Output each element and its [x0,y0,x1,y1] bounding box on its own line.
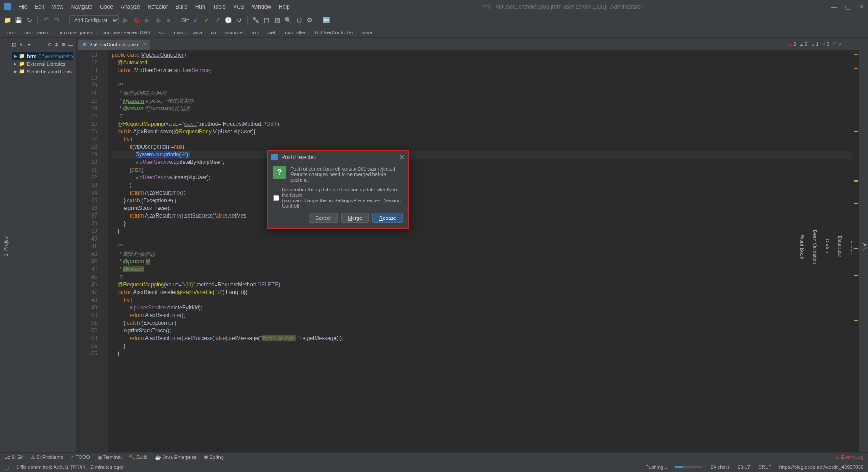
menu-window[interactable]: Window [249,2,274,12]
code-line[interactable]: } catch (Exception e) { [112,197,852,204]
status-crlf[interactable]: CRLF [758,464,771,470]
git-update-icon[interactable]: ↙ [192,16,200,24]
code-line[interactable]: return AjaxResult.me().setSuccess(false)… [112,212,852,220]
code-line[interactable]: @RequestMapping(value="/save",method= Re… [112,120,852,128]
redo-icon[interactable]: ↷ [53,16,61,24]
error-stripe[interactable] [852,50,859,452]
code-line[interactable]: public AjaxResult save(@RequestBody VipU… [112,128,852,136]
crumb-13[interactable]: save [362,30,372,35]
menu-file[interactable]: File [15,2,30,12]
code-line[interactable]: /** [112,82,852,90]
inspection-nav[interactable]: ^ v [833,41,842,47]
tool-ant[interactable]: Ant [863,243,868,251]
close-icon[interactable]: ✕ [859,3,864,10]
magnet-icon[interactable]: ⬡ [295,16,303,24]
code-line[interactable]: /** [112,243,852,250]
git-rollback-icon[interactable]: ↺ [235,16,243,24]
code-line[interactable]: * @return Ajaxresult转换结果 [112,105,852,113]
gear-icon[interactable]: ⚙ [61,42,66,48]
target-icon[interactable]: ⊕ [54,42,59,48]
code-line[interactable]: } [112,220,852,227]
crumb-8[interactable]: itsource [225,30,242,35]
search-icon[interactable]: 🔍 [284,16,292,24]
code-line[interactable]: } catch (Exception e) { [112,319,852,327]
open-icon[interactable]: 📁 [4,16,12,24]
code-line[interactable]: public IVipUserService vipUserService; [112,67,852,74]
tree-item[interactable]: ▸ 📁 Scratches and Console [12,68,73,75]
wrench-icon[interactable]: 🔧 [252,16,260,24]
maximize-icon[interactable]: ▢ [845,3,851,10]
code-line[interactable] [112,74,852,82]
git-push-icon[interactable]: ↗ [213,16,222,24]
menu-view[interactable]: View [49,2,67,12]
bottom-tool-1[interactable]: ⚠ 6: Problems [31,454,63,460]
code-line[interactable]: e.printStackTrace(); [112,204,852,212]
menu-tools[interactable]: Tools [210,2,229,12]
code-line[interactable]: */ [112,273,852,281]
tree-item[interactable]: ▸ 📁 hrm D:\workspace\de [12,52,73,60]
coverage-icon[interactable]: ▶ [143,16,151,24]
code-line[interactable]: @RequestMapping(value="/{id}",method=Req… [112,281,852,289]
code-line[interactable]: } [112,227,852,235]
dialog-titlebar[interactable]: Push Rejected ✕ [268,151,408,163]
debug-icon[interactable]: 🐞 [132,16,140,24]
code-line[interactable]: try { [112,296,852,304]
toolbox1-icon[interactable]: ▦ [273,16,281,24]
status-icon[interactable]: ▢ [5,464,9,470]
hide-icon[interactable]: — [68,42,73,48]
code-line[interactable]: try { [112,136,852,143]
crumb-0[interactable]: hrm [7,30,16,35]
stop-icon[interactable]: ■ [165,16,173,24]
tree-item[interactable]: ▸ 📁 External Libraries [12,60,73,68]
menu-code[interactable]: Code [97,2,116,12]
code-line[interactable]: vipUserService.deleteById(id); [112,304,852,312]
structure-icon[interactable]: ▤ [262,16,271,24]
menu-refactor[interactable]: Refactor [145,2,171,12]
crumb-4[interactable]: src [158,30,165,35]
crumb-11[interactable]: controller [285,30,305,35]
crumb-2[interactable]: hrm-user-parent [58,30,94,35]
profile-icon[interactable]: ◉ [154,16,162,24]
undo-icon[interactable]: ↶ [42,16,50,24]
crumb-1[interactable]: hrm_parent [24,30,50,35]
code-line[interactable]: } [112,342,852,350]
code-line[interactable]: return AjaxResult.me(); [112,189,852,197]
crumb-9[interactable]: hrm [250,30,259,35]
code-line[interactable]: return AjaxResult.me().setSuccess(false)… [112,335,852,342]
cancel-button[interactable]: Cancel [309,213,338,223]
bottom-tool-2[interactable]: ✓ TODO [70,454,90,460]
crumb-6[interactable]: java [193,30,202,35]
menu-navigate[interactable]: Navigate [68,2,95,12]
bottom-tool-4[interactable]: 🔨 Build [129,454,148,460]
git-commit-icon[interactable]: ✔ [203,16,211,24]
code-line[interactable]: e.printStackTrace(); [112,327,852,335]
crumb-12[interactable]: VipUserController [314,30,353,35]
code-content[interactable]: public class VipUserController { @Autowi… [108,50,852,452]
run-config-select[interactable]: Add Configuration... [69,15,119,25]
inspection-summary[interactable]: 2 5 1 2 ^ v [788,41,842,47]
code-line[interactable]: @Autowired [112,59,852,67]
collapse-icon[interactable]: ⊙ [48,42,52,48]
sync-icon[interactable]: ↻ [25,16,33,24]
code-line[interactable]: * @param id [112,258,852,266]
bottom-tool-0[interactable]: ⎇ 9: Git [5,454,23,460]
code-line[interactable]: System.out.println('A'); [112,151,852,159]
crumb-10[interactable]: web [267,30,276,35]
code-line[interactable]: public class VipUserController { [112,51,852,59]
code-line[interactable]: */ [112,113,852,120]
bottom-tool-5[interactable]: ☕ Java Enterprise [155,454,197,460]
git-history-icon[interactable]: 🕐 [224,16,232,24]
run-icon[interactable]: ▶ [122,16,130,24]
code-line[interactable]: vipUserService.updateById(vipUser); [112,159,852,166]
menu-build[interactable]: Build [172,2,191,12]
crumb-3[interactable]: hrm-user-server-1090 [102,30,150,35]
code-line[interactable]: public AjaxResult delete(@PathVariable("… [112,289,852,296]
project-combo[interactable]: ▤ Pr... ▾ [12,42,31,48]
tool-project[interactable]: 1: Project [3,236,9,256]
crumb-7[interactable]: cn [211,30,216,35]
code-line[interactable] [112,235,852,243]
code-line[interactable]: if(vipUser.getId()!=null){ [112,143,852,151]
crumb-5[interactable]: main [174,30,185,35]
project-tree[interactable]: ▸ 📁 hrm D:\workspace\de▸ 📁 External Libr… [11,50,74,77]
code-line[interactable]: vipUserService.insert(vipUser); [112,174,852,182]
